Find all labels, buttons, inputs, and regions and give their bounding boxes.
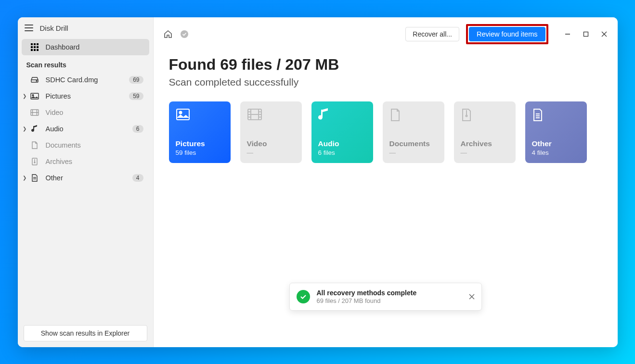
close-icon[interactable] bbox=[600, 30, 608, 38]
card-title: Video bbox=[247, 139, 295, 148]
image-icon bbox=[30, 92, 39, 100]
sidebar-item-label: Documents bbox=[46, 141, 143, 149]
music-icon bbox=[30, 125, 39, 133]
count-badge: 4 bbox=[132, 174, 143, 182]
toast-text: All recovery methods complete 69 files /… bbox=[317, 289, 417, 304]
count-badge: 6 bbox=[132, 125, 143, 133]
main-area: Recover all... Review found items Found … bbox=[154, 17, 618, 347]
minimize-icon[interactable] bbox=[564, 30, 571, 38]
sidebar-item-label: Other bbox=[46, 174, 126, 182]
app-window: Disk Drill Dashboard Scan results SDHC C… bbox=[18, 17, 618, 347]
music-icon bbox=[318, 108, 334, 124]
chevron-right-icon: ❯ bbox=[23, 175, 26, 180]
close-icon[interactable] bbox=[469, 294, 475, 300]
content: Found 69 files / 207 MB Scan completed s… bbox=[154, 51, 618, 168]
menu-icon[interactable] bbox=[25, 25, 33, 31]
sidebar-item-label: Dashboard bbox=[46, 43, 143, 51]
svg-rect-11 bbox=[31, 93, 39, 99]
check-icon bbox=[297, 290, 310, 303]
svg-point-10 bbox=[36, 80, 37, 81]
toast-title: All recovery methods complete bbox=[317, 289, 417, 297]
topbar: Recover all... Review found items bbox=[154, 17, 618, 51]
grid-icon bbox=[30, 43, 39, 51]
drive-icon bbox=[30, 75, 39, 84]
completion-toast: All recovery methods complete 69 files /… bbox=[289, 283, 482, 311]
chevron-right-icon: ❯ bbox=[23, 126, 26, 131]
card-subtitle: — bbox=[247, 149, 295, 156]
category-card-audio[interactable]: Audio 6 files bbox=[311, 101, 373, 163]
sidebar-item-audio[interactable]: ❯ Audio 6 bbox=[22, 121, 149, 137]
svg-rect-3 bbox=[31, 46, 33, 48]
sidebar-item-label: Audio bbox=[46, 125, 126, 133]
sidebar-item-drive[interactable]: SDHC Card.dmg 69 bbox=[22, 72, 149, 88]
sidebar-item-video[interactable]: Video bbox=[22, 104, 149, 121]
svg-rect-1 bbox=[34, 43, 36, 45]
archive-icon bbox=[30, 157, 39, 166]
document-icon bbox=[30, 141, 39, 150]
sidebar-item-dashboard[interactable]: Dashboard bbox=[22, 39, 149, 55]
sidebar-item-label: SDHC Card.dmg bbox=[46, 76, 123, 84]
svg-point-12 bbox=[32, 94, 34, 96]
sidebar-item-documents[interactable]: Documents bbox=[22, 137, 149, 153]
file-icon bbox=[30, 174, 39, 182]
category-card-documents[interactable]: Documents — bbox=[383, 101, 444, 163]
count-badge: 69 bbox=[129, 76, 143, 84]
toast-subtitle: 69 files / 207 MB found bbox=[317, 297, 417, 304]
category-cards: Pictures 59 files Video — Audio 6 files bbox=[169, 101, 602, 163]
sidebar-section-title: Scan results bbox=[18, 55, 153, 72]
sidebar-header: Disk Drill bbox=[18, 17, 153, 39]
results-heading: Found 69 files / 207 MB bbox=[169, 56, 602, 74]
video-icon bbox=[30, 108, 39, 117]
maximize-icon[interactable] bbox=[582, 30, 590, 38]
sidebar-item-label: Video bbox=[46, 109, 143, 116]
svg-rect-24 bbox=[583, 32, 588, 36]
app-title: Disk Drill bbox=[40, 24, 68, 32]
svg-rect-27 bbox=[177, 109, 189, 120]
sidebar-item-other[interactable]: ❯ Other 4 bbox=[22, 170, 149, 186]
svg-rect-8 bbox=[37, 49, 39, 51]
results-subheading: Scan completed successfully bbox=[169, 76, 602, 88]
card-title: Pictures bbox=[176, 139, 224, 148]
card-subtitle: — bbox=[461, 149, 509, 156]
review-found-items-button[interactable]: Review found items bbox=[469, 27, 545, 41]
svg-rect-0 bbox=[31, 43, 33, 45]
card-subtitle: 59 files bbox=[176, 149, 224, 156]
show-in-explorer-button[interactable]: Show scan results in Explorer bbox=[24, 325, 147, 341]
card-subtitle: — bbox=[389, 149, 438, 156]
image-icon bbox=[176, 108, 191, 124]
svg-rect-4 bbox=[34, 46, 36, 48]
document-icon bbox=[389, 108, 405, 124]
category-card-pictures[interactable]: Pictures 59 files bbox=[169, 101, 231, 163]
count-badge: 59 bbox=[129, 92, 143, 100]
svg-point-28 bbox=[179, 111, 181, 113]
verified-icon[interactable] bbox=[180, 29, 189, 39]
svg-rect-7 bbox=[34, 49, 36, 51]
svg-rect-5 bbox=[37, 46, 39, 48]
svg-point-19 bbox=[34, 162, 35, 163]
window-controls bbox=[564, 30, 608, 38]
svg-point-22 bbox=[181, 30, 188, 38]
svg-rect-6 bbox=[31, 49, 33, 51]
sidebar-item-pictures[interactable]: ❯ Pictures 59 bbox=[22, 88, 149, 104]
chevron-right-icon: ❯ bbox=[23, 93, 26, 99]
svg-rect-2 bbox=[37, 43, 39, 45]
card-subtitle: 6 files bbox=[318, 149, 366, 156]
home-icon[interactable] bbox=[163, 29, 173, 39]
highlight-annotation: Review found items bbox=[466, 24, 548, 44]
category-card-video[interactable]: Video — bbox=[240, 101, 302, 163]
category-card-other[interactable]: Other 4 files bbox=[525, 101, 587, 163]
card-title: Audio bbox=[318, 139, 366, 148]
sidebar-item-label: Archives bbox=[46, 158, 143, 165]
archive-icon bbox=[461, 108, 476, 124]
sidebar-item-label: Pictures bbox=[46, 92, 123, 100]
card-subtitle: 4 files bbox=[532, 149, 580, 156]
recover-all-button[interactable]: Recover all... bbox=[405, 27, 459, 41]
category-card-archives[interactable]: Archives — bbox=[454, 101, 516, 163]
card-title: Other bbox=[532, 139, 580, 148]
card-title: Documents bbox=[389, 139, 438, 148]
svg-point-38 bbox=[466, 115, 467, 116]
file-icon bbox=[532, 108, 547, 124]
sidebar: Disk Drill Dashboard Scan results SDHC C… bbox=[18, 17, 154, 347]
sidebar-item-archives[interactable]: Archives bbox=[22, 153, 149, 170]
sidebar-bottom: Show scan results in Explorer bbox=[18, 319, 153, 347]
